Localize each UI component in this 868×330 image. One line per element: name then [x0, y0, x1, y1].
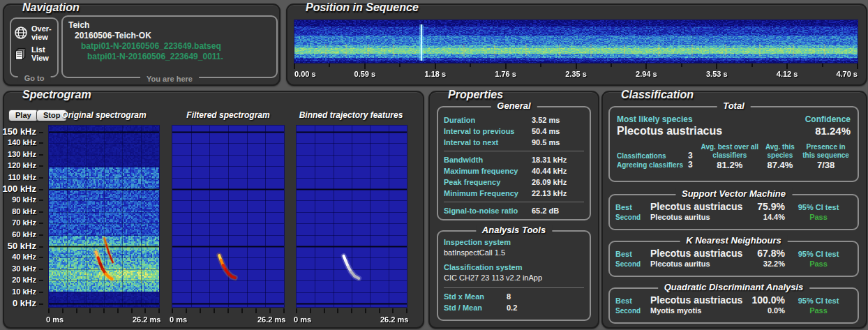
- sequence-major-tick: [364, 63, 366, 69]
- filtered-spectrogram-label: Filtered spectrogram: [172, 110, 284, 120]
- freq-label: 70 kHz: [12, 218, 43, 227]
- spectrogram-time-tick: [296, 308, 297, 313]
- avg-best-stat: Avg. best over all classifiers 81.2%: [699, 143, 761, 170]
- classifier-name: K Nearest Neighbours: [680, 235, 788, 246]
- location-item[interactable]: batpi01-N-20160506_223649_0011.: [68, 52, 271, 62]
- binned-trajectory-label: Binned trajectory features: [295, 110, 407, 120]
- navigation-title: Navigation: [22, 1, 80, 14]
- sequence-minor-tick: [329, 63, 330, 67]
- sequence-major-tick: [786, 63, 788, 69]
- binned-trajectory-canvas: [297, 126, 407, 307]
- location-item[interactable]: 20160506-Teich-OK: [68, 31, 271, 41]
- analysis-stat-value: 8: [507, 291, 511, 302]
- freq-label: 60 kHz: [12, 230, 43, 239]
- spectrogram-time-tick: [214, 308, 215, 313]
- listview-label: ListView: [31, 45, 49, 62]
- frequency-axis: 150 kHz140 kHz130 kHz120 kHz110 kHz100 k…: [4, 92, 49, 327]
- analysis-stat-row: Std x Mean8: [444, 291, 584, 302]
- separator: [444, 151, 584, 151]
- time-end-label: 26.2 ms: [133, 315, 160, 324]
- second-percentage: 14.4%: [744, 213, 785, 221]
- analysis-stat-label: Std / Mean: [444, 302, 507, 313]
- sequence-major-tick: [435, 63, 436, 69]
- spectrogram-time-tick: [406, 308, 407, 313]
- spectrogram-time-tick: [62, 308, 63, 313]
- time-label: 2.35 s: [565, 70, 587, 78]
- sequence-major-tick: [294, 63, 295, 69]
- time-label: 3.53 s: [706, 70, 728, 78]
- classifier-second-row: SecondPlecotus auritus14.4%Pass: [610, 213, 858, 221]
- properties-title: Properties: [448, 89, 503, 101]
- property-value: 26.09 kHz: [532, 177, 567, 188]
- freq-label: 30 kHz: [12, 264, 43, 273]
- listview-button[interactable]: ListView: [14, 45, 54, 62]
- property-row: Signal-to-noise ratio65.2 dB: [444, 205, 584, 216]
- best-percentage: 75.9%: [744, 201, 785, 212]
- spectrogram-title: Spectrogram: [22, 89, 91, 101]
- location-box: Teich20160506-Teich-OKbatpi01-N-20160506…: [61, 15, 278, 78]
- freq-label: 150 kHz: [3, 126, 43, 137]
- spectrogram-time-tick: [76, 308, 77, 313]
- freq-label: 120 kHz: [8, 161, 43, 170]
- property-row: Interval to next90.5 ms: [444, 137, 584, 148]
- ci-test-label: 95% CI test: [785, 203, 852, 211]
- time-start-label: 0 ms: [294, 315, 311, 324]
- classifier-counts: Classifications 3 Agreeing classifiers 3: [617, 151, 699, 170]
- original-spectrogram-canvas: [49, 126, 159, 307]
- property-label: Duration: [444, 114, 532, 126]
- list-pages-icon: [14, 47, 28, 61]
- freq-label: 40 kHz: [12, 253, 43, 261]
- time-start-label: 0 ms: [46, 315, 63, 324]
- analysis-system-value: CIC CH27 23 113 v2.2 inApp: [444, 273, 584, 283]
- spectrogram-panel: Spectrogram Play Stop Original spectrogr…: [3, 91, 424, 329]
- sequence-spectrogram-canvas[interactable]: [294, 20, 858, 63]
- freq-label: 100 kHz: [3, 183, 43, 194]
- property-row: Interval to previous50.4 ms: [444, 126, 584, 137]
- best-species: Plecotus austriacus: [650, 294, 744, 306]
- property-label: Peak frequency: [444, 177, 532, 188]
- sequence-major-tick: [716, 63, 717, 69]
- overview-button[interactable]: Over-view: [14, 24, 54, 41]
- spectrogram-time-tick: [351, 308, 352, 313]
- spectrogram-time-tick: [392, 308, 394, 313]
- property-value: 90.5 ms: [532, 137, 560, 148]
- property-label: Signal-to-noise ratio: [444, 205, 532, 216]
- best-percentage: 100.0%: [744, 294, 785, 306]
- analysis-stat-value: 0.2: [507, 302, 517, 313]
- sequence-spectrogram[interactable]: [294, 20, 858, 63]
- you-are-here-legend: You are here: [140, 75, 199, 83]
- time-end-label: 26.2 ms: [380, 315, 408, 324]
- property-value: 3.52 ms: [532, 114, 560, 126]
- classifier-best-row: BestPlecotus austriacus67.8%95% CI test: [610, 248, 858, 259]
- location-item[interactable]: Teich: [68, 20, 271, 31]
- spectrogram-time-tick: [255, 308, 257, 313]
- sequence-minor-tick: [540, 63, 541, 67]
- filtered-spectrogram-plot: [172, 126, 284, 307]
- second-species: Myotis myotis: [650, 306, 744, 315]
- separator: [444, 202, 584, 202]
- second-species: Plecotus auritus: [650, 213, 744, 221]
- location-item[interactable]: batpi01-N-20160506_223649.batseq: [68, 41, 271, 52]
- original-spectrogram-label: Original spectrogram: [49, 110, 159, 120]
- time-end-label: 26.2 ms: [257, 315, 285, 324]
- best-label: Best: [615, 203, 650, 211]
- time-start-label: 0 ms: [170, 315, 187, 324]
- sequence-major-tick: [576, 63, 577, 69]
- ci-test-result: Pass: [785, 213, 852, 221]
- property-label: Bandwidth: [444, 154, 532, 165]
- ci-test-result: Pass: [785, 306, 852, 315]
- total-box: Total Most likely species Confidence Ple…: [608, 106, 859, 182]
- time-label: 1.18 s: [424, 70, 446, 78]
- classifier-box: Quadratic Discriminant AnalysisBestPleco…: [608, 287, 859, 324]
- avg-species-stat: Avg. this species 87.4%: [761, 143, 800, 170]
- sequence-major-tick: [645, 63, 647, 69]
- spectrogram-time-tick: [241, 308, 243, 313]
- freq-label: 140 kHz: [8, 138, 43, 147]
- spectrogram-time-tick: [310, 308, 311, 313]
- spectrogram-time-tick: [144, 308, 146, 313]
- freq-label: 10 kHz: [12, 287, 43, 296]
- second-label: Second: [615, 307, 650, 315]
- freq-label: 0 kHz: [13, 298, 43, 308]
- spectrogram-time-tick: [158, 308, 160, 313]
- spectrogram-time-tick: [283, 308, 285, 313]
